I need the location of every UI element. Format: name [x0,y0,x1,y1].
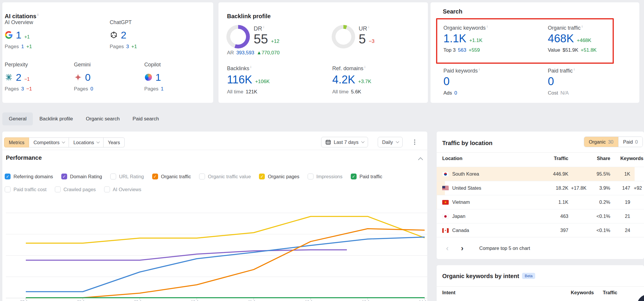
citation-count[interactable]: 1 [155,72,161,83]
info-icon[interactable]: i [250,65,251,69]
pages-count[interactable]: 3 [21,86,24,92]
column-header-share[interactable]: Share [581,156,610,161]
info-icon[interactable]: i [365,65,365,69]
more-options-icon[interactable] [414,142,415,143]
tab-organic-search[interactable]: Organic search [79,112,126,125]
tab-general[interactable]: General [2,112,33,125]
years-filter-button[interactable]: Years [104,137,125,147]
paid-toggle-button[interactable]: Paid0 [618,137,643,147]
domain-rating-delta: +12 [271,38,279,44]
metric-checkbox-row: Paid traffic costCrawled pagesAI Overvie… [5,186,141,193]
ref-domains-value[interactable]: 4.2K [332,73,355,86]
info-icon[interactable]: i [263,25,264,29]
flag-jp-icon [442,214,449,219]
pages-count[interactable]: 0 [90,86,93,92]
metric-checkbox-ai-overviews[interactable]: AI Overviews [104,186,141,192]
keywords-link[interactable]: 21 [601,209,630,223]
metric-checkbox-url-rating[interactable]: URL Rating [110,174,144,179]
citation-count[interactable]: 2 [16,72,21,83]
flag-vn-icon [442,200,449,205]
search-card: Search Organic keywordsi 1.1K +1.1K Top … [431,2,639,103]
metric-checkbox-paid-traffic-cost[interactable]: Paid traffic cost [5,186,47,192]
pages-count[interactable]: 3 [126,44,129,50]
performance-card: Metrics Competitors Locations Years Last… [2,132,427,301]
ai-source-label: Copilot [144,62,164,68]
backlinks-value[interactable]: 116K [227,73,252,86]
metric-checkbox-referring-domains[interactable]: ✓Referring domains [5,174,53,179]
url-rating-delta: −3 [369,38,374,44]
metric-checkbox-organic-traffic[interactable]: ✓Organic traffic [152,174,191,179]
info-icon[interactable]: i [574,68,574,71]
share-bar [437,195,437,209]
tab-backlink-profile[interactable]: Backlink profile [33,112,79,125]
date-range-button[interactable]: Last 7 days [321,137,368,147]
metric-checkbox-organic-pages[interactable]: ✓Organic pages [259,174,299,179]
info-icon[interactable]: i [368,25,369,29]
metric-checkbox-organic-traffic-value[interactable]: Organic traffic value [199,174,251,179]
keywords-link[interactable]: 24 [601,223,630,237]
citation-count[interactable]: 1 [16,29,21,41]
location-name: Vietnam [452,199,470,205]
citation-count[interactable]: 2 [121,29,126,41]
column-header-location[interactable]: Location [442,156,462,161]
ahrefs-rank-row: AR 393,593 ▲770,070 [227,50,279,56]
organic-toggle-button[interactable]: Organic30 [584,137,618,147]
ai-citation-perplexity: Perplexity2−1Pages3−1 [5,62,32,92]
backlinks-block: Backlinksi 116K +106K All time 121K [227,65,270,95]
metric-checkbox-paid-traffic[interactable]: ✓Paid traffic [351,174,382,179]
traffic-row-south-korea[interactable]: South Korea446.9K95.5%1K [437,167,644,181]
paid-keywords-value[interactable]: 0 [443,75,450,88]
keywords-link[interactable]: 1K [601,167,630,181]
pages-count[interactable]: 1 [161,86,163,92]
traffic-by-location-card: Traffic by location Organic30 Paid0 Loca… [437,132,644,259]
info-icon[interactable]: i [487,25,487,28]
traffic-row-vietnam[interactable]: Vietnam1.1K0.2%19 [437,195,644,209]
keywords-link[interactable]: 147 [601,181,630,195]
x-axis-label: 08 Jan [77,300,89,301]
ahrefs-rank-link[interactable]: 393,593 [236,50,254,56]
traffic-row-japan[interactable]: Japan463<0.1%21 [437,209,644,223]
column-header-tr[interactable]: Traffic [597,290,617,295]
traffic-value: 397 [539,223,568,237]
tab-paid-search[interactable]: Paid search [126,112,165,125]
organic-paid-toggle: Organic30 Paid0 [584,137,643,147]
column-header-traffic[interactable]: Traffic [539,156,568,161]
location-name: Japan [452,213,465,219]
paid-keywords-block: Paid keywordsi 0 Ads 0 [443,68,480,96]
next-page-icon[interactable]: › [461,244,464,252]
ai-source-label: Perplexity [5,62,32,68]
organic-keywords-block: Organic keywordsi 1.1K +1.1K Top 3 563 +… [443,25,488,53]
granularity-button[interactable]: Daily [378,137,403,147]
competitors-filter-button[interactable]: Competitors [29,137,69,147]
compare-top5-label[interactable]: Compare top 5 on chart [479,245,530,251]
column-header-keywords[interactable]: Keywords [616,156,643,161]
keywords-by-intent-card: Organic keywords by intentBeta Intent Ke… [437,265,644,301]
collapse-section-icon[interactable] [418,157,423,162]
citation-count[interactable]: 0 [85,72,91,83]
traffic-row-united-states[interactable]: United States18.2K+17.8K3.9%147+92 [437,181,644,195]
column-header-intent[interactable]: Intent [442,290,455,295]
top3-link[interactable]: 563 [458,47,466,53]
prev-page-icon[interactable]: ‹ [446,244,449,252]
ai-source-label: AI Overview [5,19,33,26]
metric-checkbox-impressions[interactable]: Impressions [308,174,343,179]
metric-checkbox-row: ✓Referring domains✓Domain RatingURL Rati… [5,173,382,180]
pages-count[interactable]: 1 [21,44,24,50]
flag-kr-icon [442,172,449,176]
traffic-row-canada[interactable]: Canada397<0.1%24 [437,223,644,237]
info-icon[interactable]: i [582,25,582,28]
ai-source-label: ChatGPT [110,19,137,26]
info-icon[interactable]: i [479,68,479,71]
metrics-filter-button[interactable]: Metrics [4,137,29,147]
url-rating-value: 5 [359,33,366,46]
metric-checkbox-domain-rating[interactable]: ✓Domain Rating [61,174,102,179]
info-icon[interactable]: i [38,13,38,16]
column-header-kw[interactable]: Keywords [565,290,594,295]
paid-traffic-value[interactable]: 0 [548,75,554,88]
metric-checkbox-crawled-pages[interactable]: Crawled pages [55,186,96,192]
performance-chart[interactable]: 07 Jan08 Jan09 Jan10 Jan11 Jan12 Jan13 J… [2,194,427,301]
keywords-link[interactable]: 19 [601,195,630,209]
organic-traffic-value[interactable]: 468K [548,32,574,45]
locations-filter-button[interactable]: Locations [69,137,104,147]
organic-keywords-value[interactable]: 1.1K [443,32,466,45]
